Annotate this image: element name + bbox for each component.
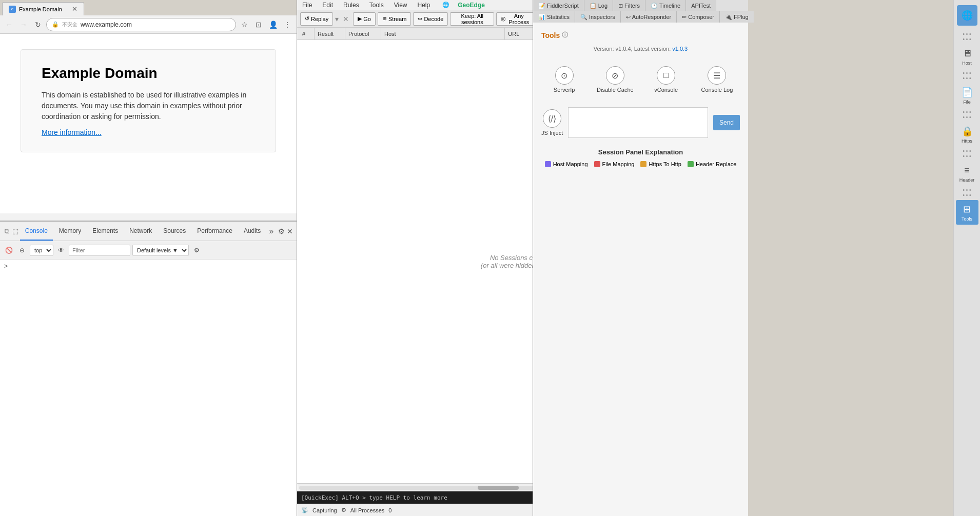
tab-memory[interactable]: Memory bbox=[54, 222, 86, 241]
spe-legend: Host Mapping File Mapping Https To Http … bbox=[541, 161, 740, 167]
more-info-link[interactable]: More information... bbox=[42, 128, 102, 136]
tab-fplug[interactable]: 🔌 FPlug bbox=[720, 11, 754, 23]
tab-performance[interactable]: Performance bbox=[192, 222, 238, 241]
tools-info-icon: ⓘ bbox=[562, 31, 568, 39]
tab-audits[interactable]: Audits bbox=[239, 222, 266, 241]
tools-sidebar-icon: ⊞ bbox=[961, 203, 973, 215]
tab-filters[interactable]: ⊡ Filters bbox=[613, 0, 645, 11]
tool-serverip[interactable]: ⊙ ServerIp bbox=[541, 62, 587, 97]
tool-vconsole[interactable]: □ vConsole bbox=[643, 62, 689, 97]
js-inject-send-button[interactable]: Send bbox=[713, 115, 740, 130]
console-clear-button[interactable]: 🚫 bbox=[3, 245, 14, 256]
stop-button[interactable]: ✕ bbox=[341, 15, 351, 23]
webpage-body: This domain is established to be used fo… bbox=[42, 90, 255, 122]
menu-tools[interactable]: Tools bbox=[367, 2, 386, 9]
sidebar-item-tools[interactable]: ⊞ Tools bbox=[956, 200, 978, 225]
devtools-close-button[interactable]: ✕ bbox=[286, 225, 293, 237]
back-button[interactable]: ← bbox=[3, 18, 15, 31]
sidebar-dots-1: • • •• • • bbox=[963, 32, 971, 42]
tab-statistics[interactable]: 📊 Statistics bbox=[533, 11, 575, 23]
menu-button[interactable]: ⋮ bbox=[281, 18, 293, 31]
menu-rules[interactable]: Rules bbox=[341, 2, 361, 9]
tab-close-button[interactable]: ✕ bbox=[72, 5, 77, 13]
reload-button[interactable]: ↻ bbox=[32, 18, 44, 31]
file-icon: 📄 bbox=[961, 86, 973, 98]
level-select[interactable]: Default levels ▼ bbox=[132, 245, 189, 256]
menu-edit[interactable]: Edit bbox=[320, 2, 335, 9]
tab-composer[interactable]: ✏ Composer bbox=[677, 11, 720, 23]
more-tabs-button[interactable]: » bbox=[267, 227, 276, 236]
address-bar[interactable]: 🔒 不安全 www.example.com bbox=[46, 18, 236, 31]
tab-autoresponder[interactable]: ↩ AutoResponder bbox=[621, 11, 677, 23]
tab-elements[interactable]: Elements bbox=[87, 222, 123, 241]
tab-network[interactable]: Network bbox=[124, 222, 157, 241]
legend-host-mapping: Host Mapping bbox=[545, 161, 588, 167]
console-log-label: Console Log bbox=[701, 87, 733, 93]
legend-https-to-http: Https To Http bbox=[640, 161, 681, 167]
browser-section: e Example Domain ✕ ← → ↻ 🔒 不安全 www.examp… bbox=[0, 0, 297, 516]
version-link[interactable]: v1.0.3 bbox=[672, 46, 688, 52]
tool-console-log[interactable]: ☰ Console Log bbox=[694, 62, 740, 97]
right-tabs-row2: 📊 Statistics 🔍 Inspectors ↩ AutoResponde… bbox=[533, 11, 748, 23]
host-label: Host bbox=[962, 61, 972, 66]
header-icon: ≡ bbox=[961, 164, 973, 176]
devtools-settings-button[interactable]: ⚙ bbox=[278, 225, 285, 237]
forward-button[interactable]: → bbox=[17, 18, 30, 31]
sidebar-item-host[interactable]: 🖥 Host bbox=[956, 44, 978, 69]
sidebar-dots-4: • • •• • • bbox=[963, 149, 971, 159]
any-process-icon: ◎ bbox=[501, 15, 506, 22]
console-eye-button[interactable]: 👁 bbox=[55, 245, 67, 256]
col-result: Result bbox=[315, 28, 345, 39]
tab-sources[interactable]: Sources bbox=[158, 222, 191, 241]
keep-sessions-button[interactable]: Keep: All sessions bbox=[450, 12, 494, 26]
bookmark-button[interactable]: ☆ bbox=[238, 18, 250, 31]
decode-button[interactable]: ⇔ Decode bbox=[413, 12, 448, 26]
js-inject-textarea[interactable] bbox=[568, 107, 708, 138]
devtools-dock-button[interactable]: ⧉ bbox=[3, 225, 10, 237]
any-process-button[interactable]: ◎ Any Process bbox=[496, 12, 535, 26]
cast-button[interactable]: ⊡ bbox=[252, 18, 265, 31]
filter-input[interactable] bbox=[69, 245, 130, 256]
account-button[interactable]: 👤 bbox=[267, 18, 279, 31]
tab-console[interactable]: Console bbox=[20, 222, 53, 241]
tab-apitest[interactable]: APITest bbox=[686, 0, 716, 11]
devtools-inspect-button[interactable]: ⬚ bbox=[11, 225, 18, 237]
go-label: Go bbox=[363, 16, 371, 22]
webpage-card: Example Domain This domain is establishe… bbox=[21, 49, 276, 152]
sidebar-item-file[interactable]: 📄 File bbox=[956, 83, 978, 108]
menu-file[interactable]: File bbox=[300, 2, 314, 9]
vconsole-icon: □ bbox=[657, 66, 675, 85]
tool-disable-cache[interactable]: ⊘ Disable Cache bbox=[592, 62, 638, 97]
scrollbar-thumb[interactable] bbox=[478, 486, 519, 490]
tab-timeline[interactable]: 🕐 Timeline bbox=[645, 0, 686, 11]
sidebar-item-https[interactable]: 🔒 Https bbox=[956, 122, 978, 147]
menu-view[interactable]: View bbox=[392, 2, 409, 9]
geoedge-label: GeoEdge bbox=[456, 2, 487, 9]
js-inject-icon[interactable]: ⟨/⟩ bbox=[543, 109, 561, 128]
process-icon: ⚙ bbox=[341, 507, 346, 513]
browser-tab[interactable]: e Example Domain ✕ bbox=[2, 2, 84, 15]
tab-inspectors[interactable]: 🔍 Inspectors bbox=[575, 11, 621, 23]
tools-title: Tools ⓘ bbox=[541, 31, 740, 39]
col-hash: # bbox=[299, 28, 315, 39]
menu-help[interactable]: Help bbox=[416, 2, 433, 9]
file-label: File bbox=[963, 100, 971, 105]
replay-button[interactable]: ↺ Replay bbox=[300, 12, 333, 26]
sidebar-item-header[interactable]: ≡ Header bbox=[956, 161, 978, 186]
far-right-sidebar: 🌐 • • •• • • 🖥 Host • • •• • • 📄 File • … bbox=[953, 0, 980, 516]
console-log-icon: ☰ bbox=[708, 66, 726, 85]
tab-fiddlerscript[interactable]: 📝 FiddlerScript bbox=[533, 0, 584, 11]
replay-dropdown[interactable]: ▾ bbox=[335, 15, 339, 23]
stream-button[interactable]: ≋ Stream bbox=[378, 12, 411, 26]
go-button[interactable]: ▶ Go bbox=[353, 12, 376, 26]
legend-file-mapping: File Mapping bbox=[594, 161, 635, 167]
col-protocol: Protocol bbox=[345, 28, 381, 39]
console-block-button[interactable]: ⊖ bbox=[16, 245, 28, 256]
context-select[interactable]: top bbox=[30, 245, 53, 256]
stats-icon: 📊 bbox=[538, 14, 545, 21]
browser-tab-bar: e Example Domain ✕ bbox=[0, 0, 297, 15]
spe-title: Session Panel Explanation bbox=[541, 148, 740, 156]
console-settings-button[interactable]: ⚙ bbox=[191, 245, 202, 256]
tab-log[interactable]: 📋 Log bbox=[584, 0, 613, 11]
tools-grid: ⊙ ServerIp ⊘ Disable Cache □ vConsole ☰ … bbox=[541, 62, 740, 97]
